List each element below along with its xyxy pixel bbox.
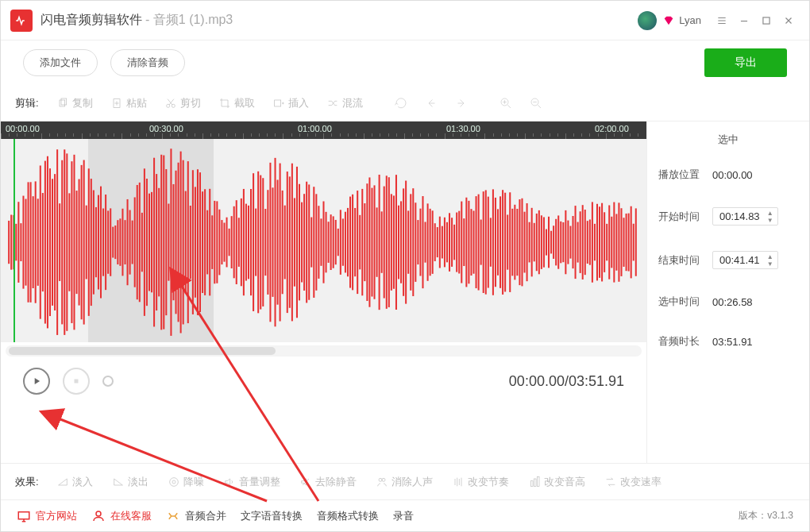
mix-button[interactable]: 混流 <box>320 93 369 114</box>
svg-rect-276 <box>537 476 539 486</box>
start-down[interactable]: ▼ <box>765 217 776 223</box>
fade-in-button[interactable]: 淡入 <box>48 472 101 492</box>
start-time-input[interactable]: 00:14.83 ▲▼ <box>712 207 778 226</box>
edit-toolbar: 剪辑: 复制 粘贴 剪切 截取 插入 混流 <box>1 85 809 121</box>
end-down[interactable]: ▼ <box>765 260 776 267</box>
svg-point-272 <box>379 478 382 481</box>
svg-rect-275 <box>534 479 536 486</box>
premium-icon <box>662 13 676 28</box>
start-up[interactable]: ▲ <box>765 210 776 216</box>
insert-button[interactable]: 插入 <box>266 93 315 114</box>
svg-rect-2 <box>61 98 67 105</box>
time-ruler[interactable]: 00:00.00 00:30.00 01:00.00 01:30.00 02:0… <box>1 121 646 139</box>
play-position-row: 播放位置 00:00.00 <box>647 155 809 195</box>
top-toolbar: 添加文件 清除音频 导出 <box>1 40 809 85</box>
main-area: 00:00.00 00:30.00 01:00.00 01:30.00 02:0… <box>1 121 809 463</box>
selection-duration-row: 选中时间 00:26.58 <box>647 282 809 322</box>
maximize-button[interactable] <box>755 10 777 32</box>
end-time-row: 结束时间 00:41.41 ▲▼ <box>647 238 809 282</box>
effects-label: 效果: <box>15 475 39 489</box>
effects-bar: 效果: 淡入 淡出 降噪 音量调整 去除静音 消除人声 改变节奏 改变音高 改变… <box>1 463 809 499</box>
svg-point-270 <box>169 477 178 486</box>
add-file-button[interactable]: 添加文件 <box>23 49 98 76</box>
play-button[interactable] <box>23 368 50 395</box>
volume-button[interactable]: 音量调整 <box>215 472 288 492</box>
svg-rect-274 <box>530 480 533 486</box>
total-duration-row: 音频时长 03:51.91 <box>647 322 809 361</box>
clear-audio-button[interactable]: 清除音频 <box>110 49 185 76</box>
copy-button[interactable]: 复制 <box>50 93 99 114</box>
side-panel: 选中 播放位置 00:00.00 开始时间 00:14.83 ▲▼ 结束时间 0… <box>646 121 809 463</box>
menu-button[interactable] <box>711 10 733 32</box>
svg-point-278 <box>96 511 101 516</box>
refresh-button[interactable] <box>388 92 414 114</box>
time-display: 00:00.00/03:51.91 <box>509 373 624 390</box>
side-panel-title: 选中 <box>647 128 809 155</box>
horizontal-scrollbar[interactable] <box>6 345 642 357</box>
zoom-out-button[interactable] <box>523 92 549 114</box>
app-logo <box>10 10 33 32</box>
remove-vocal-button[interactable]: 消除人声 <box>368 472 441 492</box>
avatar[interactable] <box>638 11 657 30</box>
end-up[interactable]: ▲ <box>765 253 776 260</box>
svg-point-273 <box>382 478 385 481</box>
edit-label: 剪辑: <box>15 96 39 110</box>
waveform[interactable] <box>1 139 646 342</box>
file-name: - 音频1 (1).mp3 <box>145 12 233 29</box>
scrollbar-thumb[interactable] <box>9 347 276 355</box>
svg-rect-1 <box>60 100 65 106</box>
svg-rect-0 <box>763 17 770 23</box>
official-site-link[interactable]: 官方网站 <box>17 509 77 523</box>
crop-button[interactable]: 截取 <box>212 93 261 114</box>
zoom-in-button[interactable] <box>493 92 519 114</box>
title-bar: 闪电音频剪辑软件 - 音频1 (1).mp3 Lyan <box>1 1 809 40</box>
fade-out-button[interactable]: 淡出 <box>104 472 156 492</box>
paste-button[interactable]: 粘贴 <box>104 93 153 114</box>
merge-link[interactable]: 音频合并 <box>166 509 226 523</box>
waveform-panel: 00:00.00 00:30.00 01:00.00 01:30.00 02:0… <box>1 121 646 463</box>
remove-silence-button[interactable]: 去除静音 <box>291 472 364 492</box>
format-convert-link[interactable]: 音频格式转换 <box>317 509 379 523</box>
svg-rect-6 <box>274 100 280 106</box>
version-label: 版本：v3.1.3 <box>739 509 793 522</box>
tts-link[interactable]: 文字语音转换 <box>241 509 303 523</box>
change-pitch-button[interactable]: 改变音高 <box>520 472 593 492</box>
marker-icon[interactable] <box>102 376 114 387</box>
cut-button[interactable]: 剪切 <box>158 93 207 114</box>
app-title: 闪电音频剪辑软件 <box>40 12 142 29</box>
stop-button[interactable] <box>63 368 90 395</box>
start-time-row: 开始时间 00:14.83 ▲▼ <box>647 195 809 238</box>
redo-button[interactable] <box>449 92 474 114</box>
close-button[interactable] <box>777 10 800 32</box>
svg-point-271 <box>172 480 176 484</box>
bottom-bar: 官方网站 在线客服 音频合并 文字语音转换 音频格式转换 录音 版本：v3.1.… <box>1 499 809 531</box>
denoise-button[interactable]: 降噪 <box>160 472 212 492</box>
user-name[interactable]: Lyan <box>679 14 701 26</box>
change-speed-button[interactable]: 改变速率 <box>596 472 669 492</box>
undo-button[interactable] <box>418 92 444 114</box>
svg-rect-269 <box>75 380 79 384</box>
end-time-input[interactable]: 00:41.41 ▲▼ <box>712 251 778 269</box>
record-link[interactable]: 录音 <box>393 509 414 523</box>
export-button[interactable]: 导出 <box>704 48 787 77</box>
playhead[interactable] <box>14 139 15 342</box>
transport-bar: 00:00.00/03:51.91 <box>1 360 646 403</box>
svg-rect-277 <box>18 511 29 519</box>
minimize-button[interactable] <box>733 10 755 32</box>
support-link[interactable]: 在线客服 <box>91 509 152 523</box>
change-tempo-button[interactable]: 改变节奏 <box>444 472 517 492</box>
